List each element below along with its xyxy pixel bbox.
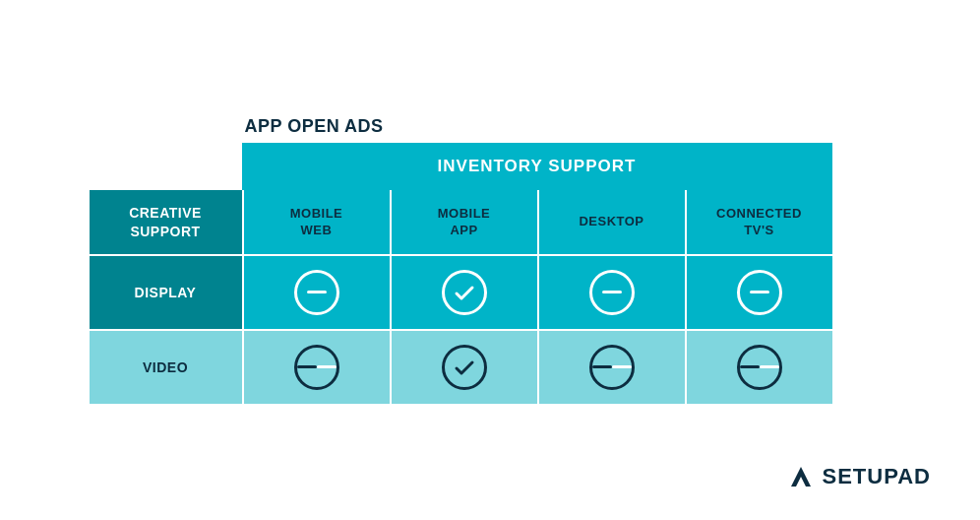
logo-text: SETUPAD [823, 464, 932, 489]
minus-icon [589, 270, 635, 315]
table-row: DISPLAY [90, 254, 832, 329]
setupad-logo-icon [787, 463, 815, 490]
col-header-mobile-web: MOBILEWEB [242, 190, 390, 253]
page-title: APP OPEN ADS [245, 116, 384, 137]
minus-icon [294, 270, 339, 315]
check-icon [442, 345, 487, 390]
check-icon [442, 270, 487, 315]
minus-icon [589, 345, 635, 390]
row-label-video: VIDEO [90, 329, 242, 404]
cell-display-mobile-app [390, 254, 537, 329]
col-header-desktop: DESKTOP [537, 190, 685, 253]
creative-support-header: CREATIVESUPPORT [90, 190, 242, 253]
cell-video-desktop [537, 329, 685, 404]
row-label-display: DISPLAY [90, 254, 242, 329]
page-wrapper: APP OPEN ADS INVENTORY SUPPORT CREATIVES… [0, 0, 980, 520]
cell-display-mobile-web [242, 254, 390, 329]
inventory-support-header: INVENTORY SUPPORT [242, 143, 832, 190]
table-container: APP OPEN ADS INVENTORY SUPPORT CREATIVES… [90, 116, 832, 403]
cell-video-mobile-web [242, 329, 390, 404]
col-header-mobile-app: MOBILEAPP [390, 190, 537, 253]
logo-area: SETUPAD [787, 463, 932, 490]
cell-display-desktop [537, 254, 685, 329]
svg-marker-0 [791, 467, 811, 487]
minus-icon [294, 345, 339, 390]
minus-icon [737, 345, 782, 390]
cell-display-connected-tv [685, 254, 832, 329]
support-table: INVENTORY SUPPORT CREATIVESUPPORT MOBILE… [90, 143, 832, 403]
cell-video-connected-tv [685, 329, 832, 404]
table-row: VIDEO [90, 329, 832, 404]
cell-video-mobile-app [390, 329, 537, 404]
minus-icon [737, 270, 782, 315]
col-header-connected-tv: CONNECTEDTV'S [685, 190, 832, 253]
